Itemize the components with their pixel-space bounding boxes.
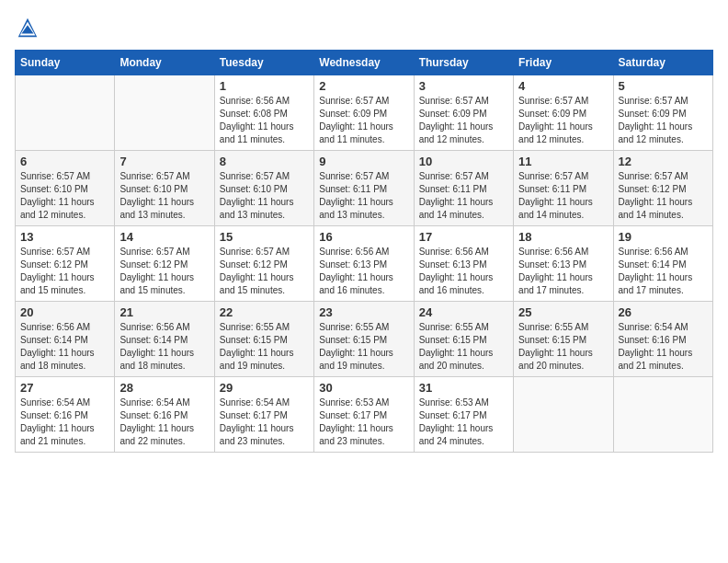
calendar-cell: 8Sunrise: 6:57 AMSunset: 6:10 PMDaylight… — [214, 151, 313, 226]
calendar-cell: 14Sunrise: 6:57 AMSunset: 6:12 PMDayligh… — [115, 226, 214, 302]
day-number: 20 — [20, 305, 109, 319]
day-info: Sunrise: 6:54 AMSunset: 6:16 PMDaylight:… — [119, 396, 209, 448]
day-number: 17 — [419, 230, 508, 244]
day-info: Sunrise: 6:57 AMSunset: 6:09 PMDaylight:… — [419, 95, 508, 146]
day-info: Sunrise: 6:55 AMSunset: 6:15 PMDaylight:… — [518, 321, 608, 373]
day-number: 16 — [319, 230, 408, 244]
calendar-cell — [613, 377, 712, 453]
calendar-cell: 17Sunrise: 6:56 AMSunset: 6:13 PMDayligh… — [414, 226, 513, 302]
day-number: 29 — [220, 381, 309, 395]
day-number: 25 — [518, 305, 608, 319]
calendar-week: 20Sunrise: 6:56 AMSunset: 6:14 PMDayligh… — [16, 302, 713, 377]
calendar-cell: 29Sunrise: 6:54 AMSunset: 6:17 PMDayligh… — [214, 377, 313, 453]
day-number: 31 — [419, 381, 508, 395]
calendar-cell: 31Sunrise: 6:53 AMSunset: 6:17 PMDayligh… — [414, 377, 513, 453]
day-info: Sunrise: 6:55 AMSunset: 6:15 PMDaylight:… — [419, 321, 508, 373]
day-number: 24 — [419, 305, 508, 319]
calendar-cell: 18Sunrise: 6:56 AMSunset: 6:13 PMDayligh… — [514, 226, 613, 302]
calendar-cell: 4Sunrise: 6:57 AMSunset: 6:09 PMDaylight… — [514, 75, 613, 151]
day-info: Sunrise: 6:57 AMSunset: 6:12 PMDaylight:… — [119, 246, 209, 297]
logo — [15, 15, 44, 40]
day-number: 5 — [619, 79, 708, 93]
day-number: 8 — [220, 155, 309, 168]
calendar-cell: 21Sunrise: 6:56 AMSunset: 6:14 PMDayligh… — [115, 302, 214, 377]
calendar-week: 27Sunrise: 6:54 AMSunset: 6:16 PMDayligh… — [16, 377, 713, 453]
calendar-cell: 12Sunrise: 6:57 AMSunset: 6:12 PMDayligh… — [613, 151, 712, 226]
logo-icon — [15, 15, 40, 40]
calendar-cell: 2Sunrise: 6:57 AMSunset: 6:09 PMDaylight… — [314, 75, 414, 151]
day-info: Sunrise: 6:56 AMSunset: 6:13 PMDaylight:… — [518, 246, 608, 297]
calendar-cell: 6Sunrise: 6:57 AMSunset: 6:10 PMDaylight… — [16, 151, 115, 226]
calendar-cell: 16Sunrise: 6:56 AMSunset: 6:13 PMDayligh… — [314, 226, 414, 302]
day-info: Sunrise: 6:57 AMSunset: 6:12 PMDaylight:… — [220, 246, 309, 297]
calendar-cell: 26Sunrise: 6:54 AMSunset: 6:16 PMDayligh… — [613, 302, 712, 377]
weekday-header: Friday — [514, 51, 613, 75]
calendar-cell — [16, 75, 115, 151]
calendar-cell: 3Sunrise: 6:57 AMSunset: 6:09 PMDaylight… — [414, 75, 513, 151]
weekday-header: Thursday — [414, 51, 513, 75]
day-number: 22 — [220, 305, 309, 319]
calendar-cell: 9Sunrise: 6:57 AMSunset: 6:11 PMDaylight… — [314, 151, 414, 226]
day-info: Sunrise: 6:53 AMSunset: 6:17 PMDaylight:… — [319, 396, 408, 448]
calendar-header: SundayMondayTuesdayWednesdayThursdayFrid… — [16, 51, 713, 75]
day-info: Sunrise: 6:54 AMSunset: 6:16 PMDaylight:… — [20, 396, 109, 448]
day-info: Sunrise: 6:54 AMSunset: 6:16 PMDaylight:… — [619, 321, 708, 373]
day-info: Sunrise: 6:54 AMSunset: 6:17 PMDaylight:… — [220, 396, 309, 448]
weekday-header: Tuesday — [214, 51, 313, 75]
header-row: SundayMondayTuesdayWednesdayThursdayFrid… — [16, 51, 713, 75]
calendar-cell: 27Sunrise: 6:54 AMSunset: 6:16 PMDayligh… — [16, 377, 115, 453]
calendar-cell: 15Sunrise: 6:57 AMSunset: 6:12 PMDayligh… — [214, 226, 313, 302]
day-number: 7 — [119, 155, 209, 168]
calendar-cell: 24Sunrise: 6:55 AMSunset: 6:15 PMDayligh… — [414, 302, 513, 377]
day-number: 3 — [419, 79, 508, 93]
day-info: Sunrise: 6:53 AMSunset: 6:17 PMDaylight:… — [419, 396, 508, 448]
day-number: 13 — [20, 230, 109, 244]
calendar-body: 1Sunrise: 6:56 AMSunset: 6:08 PMDaylight… — [16, 75, 713, 453]
day-info: Sunrise: 6:55 AMSunset: 6:15 PMDaylight:… — [319, 321, 408, 373]
calendar-cell: 25Sunrise: 6:55 AMSunset: 6:15 PMDayligh… — [514, 302, 613, 377]
page-header — [15, 15, 713, 40]
day-number: 26 — [619, 305, 708, 319]
day-number: 9 — [319, 155, 408, 168]
calendar-week: 13Sunrise: 6:57 AMSunset: 6:12 PMDayligh… — [16, 226, 713, 302]
weekday-header: Saturday — [613, 51, 712, 75]
calendar-cell — [514, 377, 613, 453]
day-info: Sunrise: 6:57 AMSunset: 6:10 PMDaylight:… — [119, 170, 209, 222]
day-info: Sunrise: 6:57 AMSunset: 6:11 PMDaylight:… — [319, 170, 408, 222]
day-info: Sunrise: 6:57 AMSunset: 6:12 PMDaylight:… — [619, 170, 708, 222]
calendar-cell: 28Sunrise: 6:54 AMSunset: 6:16 PMDayligh… — [115, 377, 214, 453]
day-number: 19 — [619, 230, 708, 244]
calendar-cell: 23Sunrise: 6:55 AMSunset: 6:15 PMDayligh… — [314, 302, 414, 377]
day-info: Sunrise: 6:56 AMSunset: 6:13 PMDaylight:… — [419, 246, 508, 297]
calendar-cell: 13Sunrise: 6:57 AMSunset: 6:12 PMDayligh… — [16, 226, 115, 302]
day-number: 21 — [119, 305, 209, 319]
day-info: Sunrise: 6:57 AMSunset: 6:11 PMDaylight:… — [518, 170, 608, 222]
day-number: 11 — [518, 155, 608, 168]
day-number: 12 — [619, 155, 708, 168]
day-info: Sunrise: 6:57 AMSunset: 6:09 PMDaylight:… — [319, 95, 408, 146]
day-number: 15 — [220, 230, 309, 244]
day-number: 18 — [518, 230, 608, 244]
weekday-header: Wednesday — [314, 51, 414, 75]
weekday-header: Monday — [115, 51, 214, 75]
day-number: 10 — [419, 155, 508, 168]
calendar-week: 6Sunrise: 6:57 AMSunset: 6:10 PMDaylight… — [16, 151, 713, 226]
calendar-cell: 22Sunrise: 6:55 AMSunset: 6:15 PMDayligh… — [214, 302, 313, 377]
calendar-cell — [115, 75, 214, 151]
day-number: 27 — [20, 381, 109, 395]
calendar-cell: 5Sunrise: 6:57 AMSunset: 6:09 PMDaylight… — [613, 75, 712, 151]
day-number: 1 — [220, 79, 309, 93]
day-number: 4 — [518, 79, 608, 93]
weekday-header: Sunday — [16, 51, 115, 75]
day-info: Sunrise: 6:56 AMSunset: 6:14 PMDaylight:… — [119, 321, 209, 373]
day-number: 28 — [119, 381, 209, 395]
day-info: Sunrise: 6:57 AMSunset: 6:09 PMDaylight:… — [619, 95, 708, 146]
calendar-table: SundayMondayTuesdayWednesdayThursdayFrid… — [15, 50, 713, 453]
day-info: Sunrise: 6:56 AMSunset: 6:08 PMDaylight:… — [220, 95, 309, 146]
day-number: 6 — [20, 155, 109, 168]
day-info: Sunrise: 6:55 AMSunset: 6:15 PMDaylight:… — [220, 321, 309, 373]
calendar-cell: 11Sunrise: 6:57 AMSunset: 6:11 PMDayligh… — [514, 151, 613, 226]
calendar-cell: 20Sunrise: 6:56 AMSunset: 6:14 PMDayligh… — [16, 302, 115, 377]
day-info: Sunrise: 6:56 AMSunset: 6:14 PMDaylight:… — [619, 246, 708, 297]
day-info: Sunrise: 6:56 AMSunset: 6:13 PMDaylight:… — [319, 246, 408, 297]
